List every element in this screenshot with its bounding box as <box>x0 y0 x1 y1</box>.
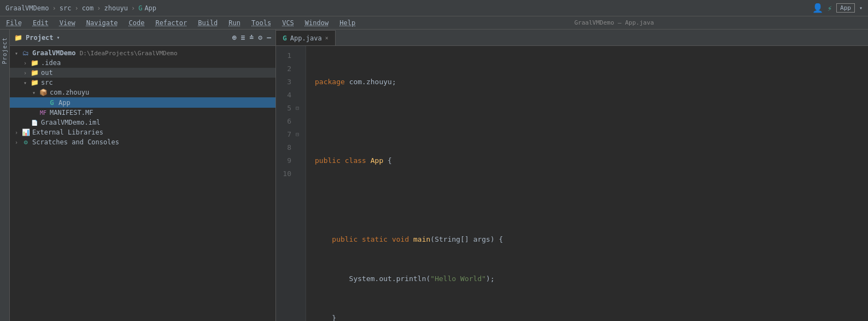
icon-iml: 📄 <box>30 120 39 126</box>
gutter-line-4: 4 <box>278 89 301 102</box>
file-tree: ▾ 🗂 GraalVMDemo D:\IdeaProjects\GraalVMD… <box>10 46 275 321</box>
left-strip: Project <box>0 30 10 321</box>
label-app: App <box>58 99 71 107</box>
title-bar-right: 👤 ⚡ App ▾ <box>812 3 863 13</box>
folder-icon: 📁 <box>14 34 22 42</box>
arrow-scratches[interactable]: › <box>12 139 21 145</box>
icon-out: 📁 <box>30 69 39 77</box>
left-strip-label[interactable]: Project <box>2 37 8 64</box>
code-line-6: System.out.println("Hello World"); <box>315 272 868 285</box>
tab-filename: App.java <box>290 34 322 42</box>
menu-refactor[interactable]: Refactor <box>154 18 189 28</box>
label-idea: .idea <box>41 59 61 67</box>
menu-run[interactable]: Run <box>227 18 242 28</box>
label-com-zhouyu: com.zhouyu <box>50 89 89 96</box>
label-ext-libs: External Libraries <box>32 129 103 136</box>
arrow-src[interactable]: ▾ <box>21 80 30 86</box>
gutter-line-10: 10 <box>278 167 301 180</box>
arrow-out[interactable]: › <box>21 70 30 76</box>
tree-item-graalvmdemo[interactable]: ▾ 🗂 GraalVMDemo D:\IdeaProjects\GraalVMD… <box>10 48 275 58</box>
editor-area: G App.java × 1 2 3 <box>276 30 868 321</box>
code-line-7: } <box>315 312 868 321</box>
icon-manifest: MF <box>38 110 48 116</box>
code-line-4 <box>315 194 868 207</box>
title-bar: GraalVMDemo › src › com › zhouyu › G App… <box>0 0 868 16</box>
menu-help[interactable]: Help <box>338 18 357 28</box>
panel-dropdown-icon[interactable]: ▾ <box>57 34 60 40</box>
main-layout: Project 📁 Project ▾ ⊕ ≡ ≐ ⚙ — ▾ <box>0 30 868 321</box>
app-dropdown-icon[interactable]: ▾ <box>859 5 863 11</box>
collapse-icon[interactable]: ≡ <box>241 33 245 42</box>
expand-icon[interactable]: ≐ <box>250 33 254 42</box>
tree-item-ext-libs[interactable]: › 📊 External Libraries <box>10 127 275 137</box>
menu-build[interactable]: Build <box>196 18 219 28</box>
arrow-com-zhouyu[interactable]: ▾ <box>30 90 38 96</box>
menu-file[interactable]: File <box>4 18 24 28</box>
app-label: App <box>836 3 855 13</box>
icon-project: 🗂 <box>21 49 31 57</box>
menu-view[interactable]: View <box>58 18 77 28</box>
tree-item-src[interactable]: ▾ 📁 src <box>10 78 275 87</box>
gutter-line-6: 6 <box>278 115 301 128</box>
menu-vcs[interactable]: VCS <box>280 18 296 28</box>
icon-idea: 📁 <box>30 59 39 67</box>
tab-close-button[interactable]: × <box>325 35 329 41</box>
panel-header: 📁 Project ▾ ⊕ ≡ ≐ ⚙ — <box>10 30 275 46</box>
menu-center-info: GraalVMDemo — App.java <box>365 19 864 26</box>
tab-bar: G App.java × <box>276 30 868 46</box>
label-out: out <box>41 69 53 77</box>
tree-item-idea[interactable]: › 📁 .idea <box>10 58 275 68</box>
breadcrumb-app[interactable]: App <box>144 4 156 12</box>
project-panel: 📁 Project ▾ ⊕ ≡ ≐ ⚙ — ▾ 🗂 GraalVMDemo D:… <box>10 30 276 321</box>
label-manifest: MANIFEST.MF <box>50 109 93 116</box>
code-line-1: package com.zhouyu; <box>315 75 868 89</box>
code-line-5: public static void main(String[] args) { <box>315 233 868 246</box>
scope-icon[interactable]: ⊕ <box>232 33 237 42</box>
menu-bar: File Edit View Navigate Code Refactor Bu… <box>0 16 868 30</box>
gutter-line-5: 5 ⊟ <box>278 102 301 115</box>
icon-com-zhouyu: 📦 <box>38 89 48 96</box>
vcs-icon[interactable]: ⚡ <box>828 4 832 13</box>
label-scratches: Scratches and Consoles <box>32 138 119 146</box>
icon-app: G <box>47 98 57 107</box>
tree-item-manifest[interactable]: MF MANIFEST.MF <box>10 108 275 118</box>
tree-item-scratches[interactable]: › ⚙ Scratches and Consoles <box>10 137 275 147</box>
breadcrumb-com[interactable]: com <box>82 4 94 12</box>
tree-item-app[interactable]: G App <box>10 97 275 108</box>
editor-tab-app[interactable]: G App.java × <box>276 30 336 45</box>
arrow-idea[interactable]: › <box>21 60 30 66</box>
gutter-line-1: 1 <box>278 49 301 62</box>
icon-scratches: ⚙ <box>21 138 31 146</box>
icon-src: 📁 <box>30 79 39 86</box>
code-editor: 1 2 3 4 5 ⊟ <box>276 46 868 321</box>
menu-window[interactable]: Window <box>303 18 330 28</box>
code-content[interactable]: package com.zhouyu; public class App { p… <box>306 46 868 321</box>
arrow-graalvmdemo[interactable]: ▾ <box>12 50 21 56</box>
breadcrumb-class-icon: G <box>138 4 142 12</box>
minimize-icon[interactable]: — <box>267 33 271 42</box>
menu-code[interactable]: Code <box>127 18 146 28</box>
breadcrumb-zhouyu[interactable]: zhouyu <box>104 4 128 12</box>
tree-item-out[interactable]: › 📁 out <box>10 68 275 78</box>
breadcrumb-project[interactable]: GraalVMDemo <box>5 4 49 12</box>
tree-item-com-zhouyu[interactable]: ▾ 📦 com.zhouyu <box>10 87 275 97</box>
gutter-line-9: 9 <box>278 154 301 167</box>
panel-title: Project <box>26 34 54 42</box>
line-gutter: 1 2 3 4 5 ⊟ <box>276 46 306 321</box>
account-icon[interactable]: 👤 <box>812 3 823 13</box>
breadcrumb: GraalVMDemo › src › com › zhouyu › G App <box>5 4 156 12</box>
menu-navigate[interactable]: Navigate <box>85 18 120 28</box>
code-line-2 <box>315 115 868 128</box>
icon-ext-libs: 📊 <box>21 129 31 136</box>
code-line-3: public class App { <box>315 154 868 167</box>
label-src: src <box>41 79 53 86</box>
menu-tools[interactable]: Tools <box>250 18 273 28</box>
tree-item-iml[interactable]: 📄 GraalVMDemo.iml <box>10 118 275 127</box>
tab-java-icon: G <box>283 34 287 42</box>
settings-icon[interactable]: ⚙ <box>258 33 262 42</box>
label-graalvmdemo: GraalVMDemo D:\IdeaProjects\GraalVMDemo <box>32 49 178 57</box>
gutter-line-8: 8 <box>278 141 301 154</box>
arrow-ext-libs[interactable]: › <box>12 130 21 136</box>
menu-edit[interactable]: Edit <box>31 18 50 28</box>
breadcrumb-src[interactable]: src <box>60 4 72 12</box>
